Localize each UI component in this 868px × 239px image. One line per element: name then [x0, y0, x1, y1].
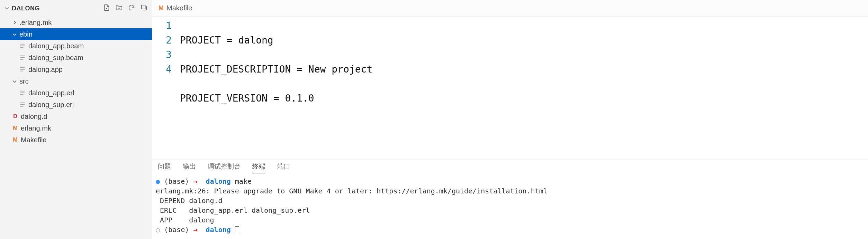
- line-number: 2: [152, 33, 172, 48]
- prompt-cwd: dalong: [206, 226, 231, 234]
- terminal-line: ● (base) → dalong make: [156, 176, 865, 186]
- makefile-icon: M: [159, 4, 164, 12]
- file-icon: [19, 54, 26, 61]
- tab-ports[interactable]: 端口: [277, 162, 290, 173]
- prompt-dot-icon: ○: [156, 226, 160, 234]
- tree-folder-erlangmk[interactable]: .erlang.mk: [0, 17, 152, 28]
- tree-file-makefile[interactable]: M Makefile: [0, 134, 152, 146]
- svg-rect-8: [20, 69, 25, 70]
- svg-rect-9: [20, 71, 24, 71]
- panel-tabs: 问题 输出 调试控制台 终端 端口: [152, 160, 868, 175]
- chevron-down-icon: [12, 31, 17, 37]
- code-line: PROJECT_VERSION = 0.1.0: [180, 91, 868, 106]
- file-icon: [19, 101, 26, 108]
- main-area: M Makefile 1 2 3 4 PROJECT = dalong PROJ…: [152, 0, 868, 239]
- tree-file[interactable]: dalong_sup.beam: [0, 52, 152, 64]
- svg-rect-15: [20, 106, 24, 107]
- refresh-icon[interactable]: [128, 4, 135, 13]
- bottom-panel: 问题 输出 调试控制台 终端 端口 ● (base) → dalong make…: [152, 160, 868, 239]
- svg-rect-7: [20, 67, 25, 68]
- svg-rect-10: [20, 91, 25, 92]
- tree-label: ebin: [19, 30, 33, 38]
- tree-label: dalong_sup.beam: [28, 54, 83, 62]
- tree-label: dalong_sup.erl: [28, 101, 74, 109]
- terminal-output: erlang.mk:26: Please upgrade to GNU Make…: [156, 186, 865, 196]
- line-number: 3: [152, 48, 172, 62]
- line-number: 4: [152, 62, 172, 77]
- svg-rect-3: [20, 47, 24, 48]
- tree-folder-src[interactable]: src: [0, 75, 152, 87]
- svg-rect-13: [20, 103, 25, 103]
- sidebar-header: DALONG: [0, 0, 152, 17]
- tree-label: .erlang.mk: [19, 19, 52, 27]
- tree-file[interactable]: dalong_app.erl: [0, 87, 152, 99]
- tree-file[interactable]: dalong_app.beam: [0, 40, 152, 52]
- tab-terminal[interactable]: 终端: [252, 162, 265, 173]
- svg-rect-0: [142, 5, 145, 9]
- line-gutter: 1 2 3 4: [152, 19, 180, 160]
- terminal-output: APP dalong: [156, 215, 865, 225]
- terminal-output: ERLC dalong_app.erl dalong_sup.erl: [156, 205, 865, 215]
- prompt-arrow-icon: →: [193, 226, 197, 234]
- tree-label: src: [19, 77, 29, 85]
- line-number: 1: [152, 19, 172, 33]
- file-icon: [19, 42, 26, 49]
- editor-tabbar: M Makefile: [152, 0, 868, 17]
- terminal-cursor: [235, 226, 239, 233]
- tree-label: dalong.d: [21, 113, 47, 121]
- code-line: PROJECT_DESCRIPTION = New project: [180, 62, 868, 77]
- svg-rect-6: [20, 59, 24, 60]
- prompt-arrow-icon: →: [193, 177, 197, 185]
- svg-rect-5: [20, 57, 25, 58]
- tree-label: dalong_app.beam: [28, 42, 84, 50]
- tree-file[interactable]: dalong.app: [0, 64, 152, 75]
- tree-label: Makefile: [21, 136, 46, 144]
- prompt-dot-icon: ●: [156, 177, 160, 185]
- d-file-icon: D: [12, 113, 19, 120]
- prompt-cwd: dalong: [206, 177, 231, 185]
- svg-rect-4: [20, 56, 25, 56]
- terminal-line: ○ (base) → dalong: [156, 225, 865, 235]
- tree-label: erlang.mk: [21, 124, 51, 132]
- explorer-title[interactable]: DALONG: [4, 5, 40, 12]
- collapse-all-icon[interactable]: [140, 4, 148, 13]
- terminal-output: DEPEND dalong.d: [156, 196, 865, 205]
- svg-rect-14: [20, 104, 25, 105]
- tree-folder-ebin[interactable]: ebin: [0, 28, 152, 40]
- tree-file[interactable]: dalong_sup.erl: [0, 99, 152, 111]
- sidebar: DALONG .erlang.mk ebin dalong_app.beam d…: [0, 0, 152, 239]
- file-icon: [19, 66, 26, 73]
- svg-rect-11: [20, 93, 25, 93]
- tab-problems[interactable]: 问题: [158, 162, 171, 173]
- sidebar-actions: [103, 4, 148, 13]
- code-line: PROJECT = dalong: [180, 33, 868, 48]
- makefile-icon: M: [12, 136, 19, 143]
- new-file-icon[interactable]: [103, 4, 110, 13]
- tree-label: dalong.app: [28, 66, 63, 74]
- editor-tab-name[interactable]: Makefile: [166, 4, 192, 12]
- prompt-env: (base): [164, 226, 189, 234]
- project-name: DALONG: [12, 5, 40, 12]
- terminal[interactable]: ● (base) → dalong make erlang.mk:26: Ple…: [152, 175, 868, 239]
- tab-output[interactable]: 输出: [183, 162, 196, 173]
- tree-file-dalong-d[interactable]: D dalong.d: [0, 111, 152, 122]
- svg-rect-2: [20, 46, 25, 46]
- chevron-down-icon: [4, 6, 10, 11]
- chevron-right-icon: [12, 20, 17, 25]
- file-tree: .erlang.mk ebin dalong_app.beam dalong_s…: [0, 17, 152, 239]
- chevron-down-icon: [12, 78, 17, 84]
- code-editor[interactable]: 1 2 3 4 PROJECT = dalong PROJECT_DESCRIP…: [152, 17, 868, 160]
- tree-label: dalong_app.erl: [28, 89, 74, 97]
- prompt-command: make: [235, 177, 252, 185]
- svg-rect-1: [20, 44, 25, 45]
- file-icon: [19, 89, 26, 96]
- makefile-icon: M: [12, 125, 19, 132]
- prompt-env: (base): [164, 177, 189, 185]
- code-content[interactable]: PROJECT = dalong PROJECT_DESCRIPTION = N…: [180, 19, 868, 160]
- new-folder-icon[interactable]: [115, 4, 123, 13]
- svg-rect-12: [20, 94, 24, 95]
- tab-debug-console[interactable]: 调试控制台: [208, 162, 241, 173]
- tree-file-erlang-mk[interactable]: M erlang.mk: [0, 122, 152, 134]
